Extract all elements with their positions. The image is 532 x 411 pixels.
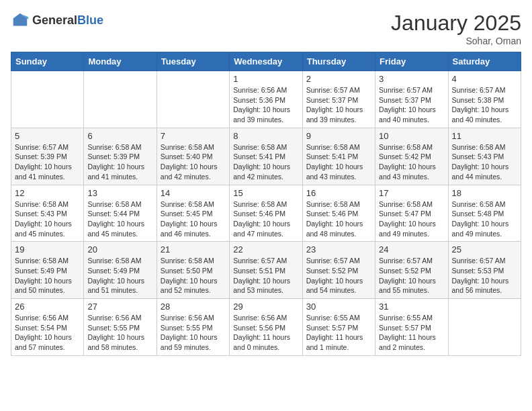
day-number: 28 [161, 302, 226, 312]
day-detail: Sunrise: 6:58 AM Sunset: 5:47 PM Dayligh… [379, 199, 444, 239]
calendar-cell: 14Sunrise: 6:58 AM Sunset: 5:45 PM Dayli… [157, 185, 229, 242]
day-number: 9 [306, 131, 371, 141]
day-detail: Sunrise: 6:57 AM Sunset: 5:37 PM Dayligh… [379, 85, 444, 125]
day-number: 26 [15, 302, 80, 312]
location-title: Sohar, Oman [391, 36, 521, 46]
day-number: 21 [161, 244, 226, 255]
day-number: 31 [379, 302, 444, 312]
calendar-week-row: 1Sunrise: 6:56 AM Sunset: 5:36 PM Daylig… [11, 71, 521, 128]
day-detail: Sunrise: 6:55 AM Sunset: 5:57 PM Dayligh… [379, 313, 444, 353]
calendar-cell: 2Sunrise: 6:57 AM Sunset: 5:37 PM Daylig… [302, 71, 375, 128]
calendar-cell [11, 71, 84, 128]
day-detail: Sunrise: 6:56 AM Sunset: 5:56 PM Dayligh… [233, 313, 298, 353]
calendar-cell [157, 71, 229, 128]
day-detail: Sunrise: 6:58 AM Sunset: 5:46 PM Dayligh… [306, 199, 371, 239]
calendar-cell: 20Sunrise: 6:58 AM Sunset: 5:49 PM Dayli… [84, 242, 157, 299]
calendar-cell: 6Sunrise: 6:58 AM Sunset: 5:39 PM Daylig… [84, 128, 157, 185]
day-number: 14 [161, 188, 226, 198]
calendar-cell: 26Sunrise: 6:56 AM Sunset: 5:54 PM Dayli… [11, 299, 84, 356]
day-of-week-header: Tuesday [157, 52, 229, 71]
day-detail: Sunrise: 6:58 AM Sunset: 5:50 PM Dayligh… [161, 256, 226, 295]
calendar-cell: 28Sunrise: 6:56 AM Sunset: 5:55 PM Dayli… [157, 299, 229, 356]
calendar-cell: 19Sunrise: 6:58 AM Sunset: 5:49 PM Dayli… [11, 242, 84, 299]
logo-blue: Blue [77, 14, 103, 26]
day-number: 17 [379, 188, 444, 198]
day-number: 25 [452, 244, 517, 255]
page-header: GeneralBlue January 2025 Sohar, Oman [11, 11, 521, 46]
calendar-cell: 11Sunrise: 6:58 AM Sunset: 5:43 PM Dayli… [448, 128, 521, 185]
day-number: 2 [306, 74, 371, 84]
logo-icon [11, 11, 30, 30]
day-detail: Sunrise: 6:58 AM Sunset: 5:40 PM Dayligh… [161, 142, 226, 182]
day-of-week-header: Sunday [11, 52, 84, 71]
day-detail: Sunrise: 6:58 AM Sunset: 5:43 PM Dayligh… [452, 142, 517, 182]
calendar-week-row: 19Sunrise: 6:58 AM Sunset: 5:49 PM Dayli… [11, 242, 521, 299]
day-number: 16 [306, 188, 371, 198]
day-of-week-header: Thursday [302, 52, 375, 71]
calendar-cell: 13Sunrise: 6:58 AM Sunset: 5:44 PM Dayli… [84, 185, 157, 242]
day-number: 20 [87, 244, 152, 255]
title-block: January 2025 Sohar, Oman [391, 11, 521, 46]
day-detail: Sunrise: 6:58 AM Sunset: 5:46 PM Dayligh… [233, 199, 298, 239]
calendar-table: SundayMondayTuesdayWednesdayThursdayFrid… [11, 52, 521, 356]
calendar-cell: 22Sunrise: 6:57 AM Sunset: 5:51 PM Dayli… [230, 242, 302, 299]
calendar-week-row: 12Sunrise: 6:58 AM Sunset: 5:43 PM Dayli… [11, 185, 521, 242]
calendar-cell: 30Sunrise: 6:55 AM Sunset: 5:57 PM Dayli… [302, 299, 375, 356]
month-title: January 2025 [391, 11, 521, 36]
calendar-week-row: 26Sunrise: 6:56 AM Sunset: 5:54 PM Dayli… [11, 299, 521, 356]
logo-general: General [32, 14, 77, 26]
calendar-cell: 16Sunrise: 6:58 AM Sunset: 5:46 PM Dayli… [302, 185, 375, 242]
day-detail: Sunrise: 6:57 AM Sunset: 5:52 PM Dayligh… [379, 256, 444, 295]
day-number: 24 [379, 244, 444, 255]
day-detail: Sunrise: 6:57 AM Sunset: 5:51 PM Dayligh… [233, 256, 298, 295]
day-number: 29 [233, 302, 298, 312]
day-of-week-header: Monday [84, 52, 157, 71]
day-detail: Sunrise: 6:56 AM Sunset: 5:54 PM Dayligh… [15, 313, 80, 353]
calendar-cell: 8Sunrise: 6:58 AM Sunset: 5:41 PM Daylig… [230, 128, 302, 185]
day-number: 27 [87, 302, 152, 312]
day-number: 6 [87, 131, 152, 141]
day-number: 3 [379, 74, 444, 84]
day-number: 10 [379, 131, 444, 141]
calendar-cell [84, 71, 157, 128]
calendar-cell: 29Sunrise: 6:56 AM Sunset: 5:56 PM Dayli… [230, 299, 302, 356]
day-detail: Sunrise: 6:58 AM Sunset: 5:49 PM Dayligh… [87, 256, 152, 295]
calendar-cell: 10Sunrise: 6:58 AM Sunset: 5:42 PM Dayli… [375, 128, 448, 185]
calendar-cell: 4Sunrise: 6:57 AM Sunset: 5:38 PM Daylig… [448, 71, 521, 128]
calendar-header-row: SundayMondayTuesdayWednesdayThursdayFrid… [11, 52, 521, 71]
calendar-cell: 5Sunrise: 6:57 AM Sunset: 5:39 PM Daylig… [11, 128, 84, 185]
day-detail: Sunrise: 6:57 AM Sunset: 5:39 PM Dayligh… [15, 142, 80, 182]
day-number: 7 [161, 131, 226, 141]
calendar-cell: 3Sunrise: 6:57 AM Sunset: 5:37 PM Daylig… [375, 71, 448, 128]
day-detail: Sunrise: 6:58 AM Sunset: 5:41 PM Dayligh… [306, 142, 371, 182]
day-number: 11 [452, 131, 517, 141]
day-number: 13 [87, 188, 152, 198]
day-detail: Sunrise: 6:55 AM Sunset: 5:57 PM Dayligh… [306, 313, 371, 353]
day-number: 18 [452, 188, 517, 198]
day-number: 30 [306, 302, 371, 312]
calendar-cell: 15Sunrise: 6:58 AM Sunset: 5:46 PM Dayli… [230, 185, 302, 242]
day-of-week-header: Friday [375, 52, 448, 71]
calendar-cell: 7Sunrise: 6:58 AM Sunset: 5:40 PM Daylig… [157, 128, 229, 185]
day-detail: Sunrise: 6:58 AM Sunset: 5:42 PM Dayligh… [379, 142, 444, 182]
day-detail: Sunrise: 6:58 AM Sunset: 5:49 PM Dayligh… [15, 256, 80, 295]
day-detail: Sunrise: 6:57 AM Sunset: 5:37 PM Dayligh… [306, 85, 371, 125]
day-detail: Sunrise: 6:58 AM Sunset: 5:48 PM Dayligh… [452, 199, 517, 239]
svg-marker-0 [13, 13, 28, 26]
day-detail: Sunrise: 6:56 AM Sunset: 5:36 PM Dayligh… [233, 85, 298, 125]
day-number: 8 [233, 131, 298, 141]
day-detail: Sunrise: 6:56 AM Sunset: 5:55 PM Dayligh… [161, 313, 226, 353]
day-number: 15 [233, 188, 298, 198]
calendar-cell: 1Sunrise: 6:56 AM Sunset: 5:36 PM Daylig… [230, 71, 302, 128]
day-detail: Sunrise: 6:57 AM Sunset: 5:38 PM Dayligh… [452, 85, 517, 125]
day-number: 19 [15, 244, 80, 255]
calendar-cell [448, 299, 521, 356]
day-of-week-header: Wednesday [230, 52, 302, 71]
calendar-cell: 24Sunrise: 6:57 AM Sunset: 5:52 PM Dayli… [375, 242, 448, 299]
day-number: 22 [233, 244, 298, 255]
calendar-cell: 25Sunrise: 6:57 AM Sunset: 5:53 PM Dayli… [448, 242, 521, 299]
day-detail: Sunrise: 6:57 AM Sunset: 5:53 PM Dayligh… [452, 256, 517, 295]
day-detail: Sunrise: 6:58 AM Sunset: 5:41 PM Dayligh… [233, 142, 298, 182]
calendar-cell: 9Sunrise: 6:58 AM Sunset: 5:41 PM Daylig… [302, 128, 375, 185]
day-of-week-header: Saturday [448, 52, 521, 71]
